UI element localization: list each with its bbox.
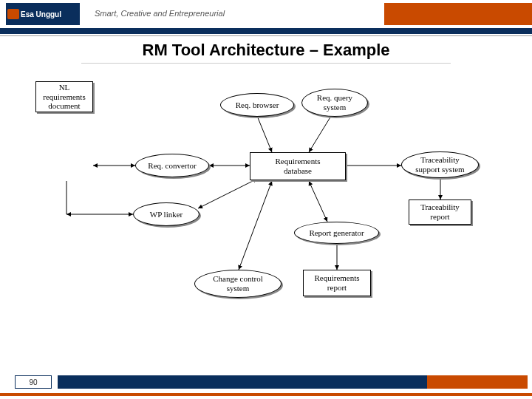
node-label: document [48,101,80,111]
header-thin-line [0,35,532,36]
page-number: 90 [15,375,52,389]
slide-header: Esa Unggul Smart, Creative and Entrepren… [0,0,532,37]
node-label: Traceability [420,155,460,165]
node-trace-sys: Traceability support system [401,151,479,178]
svg-line-6 [309,116,331,152]
node-change-ctrl: Change control system [194,270,282,298]
node-label: Req. query [317,93,352,103]
svg-line-5 [257,116,272,152]
logo-text: Esa Unggul [21,10,61,18]
logo: Esa Unggul [6,3,80,25]
slide-title: RM Tool Architecture – Example [81,41,451,60]
header-orange-block [384,3,532,25]
svg-line-4 [198,179,257,208]
footer-orange-bar [427,375,528,389]
node-label: Report generator [309,228,364,238]
node-label: database [284,166,312,176]
node-label: report [327,283,347,293]
node-label: system [324,103,347,112]
architecture-diagram: NL requirements document Req. convertor … [35,81,488,325]
node-req-db: Requirements database [250,152,346,180]
node-wp-linker: WP linker [133,202,200,226]
footer-blue-bar [58,375,427,389]
node-req-browser: Req. browser [220,93,294,117]
node-label: NL [59,83,70,92]
node-label: Requirements [314,273,359,283]
node-nl-req-doc: NL requirements document [35,81,93,112]
node-req-query: Req. query system [301,89,368,117]
node-label: Requirements [275,157,320,166]
node-trace-report: Traceability report [409,200,471,225]
footer-bottom-line [0,393,532,396]
node-label: requirements [43,92,85,102]
node-label: system [227,284,250,293]
node-label: Req. browser [236,100,279,110]
tagline: Smart, Creative and Entrepreneurial [95,9,225,18]
title-bar: RM Tool Architecture – Example [81,41,451,64]
svg-line-9 [239,181,272,270]
header-top: Esa Unggul Smart, Creative and Entrepren… [0,0,532,28]
node-label: report [430,212,449,222]
node-req-convertor: Req. convertor [135,154,209,177]
node-label: WP linker [150,210,183,219]
node-label: support system [415,165,464,174]
node-label: Change control [213,274,263,284]
node-report-gen: Report generator [294,222,379,244]
logo-icon [7,9,19,19]
node-label: Traceability [420,202,460,212]
title-underline [81,63,451,64]
header-blue-line [0,28,532,34]
svg-line-10 [309,181,327,222]
node-req-report: Requirements report [303,270,371,296]
slide-footer: 90 [0,369,532,399]
node-label: Req. convertor [148,161,196,171]
